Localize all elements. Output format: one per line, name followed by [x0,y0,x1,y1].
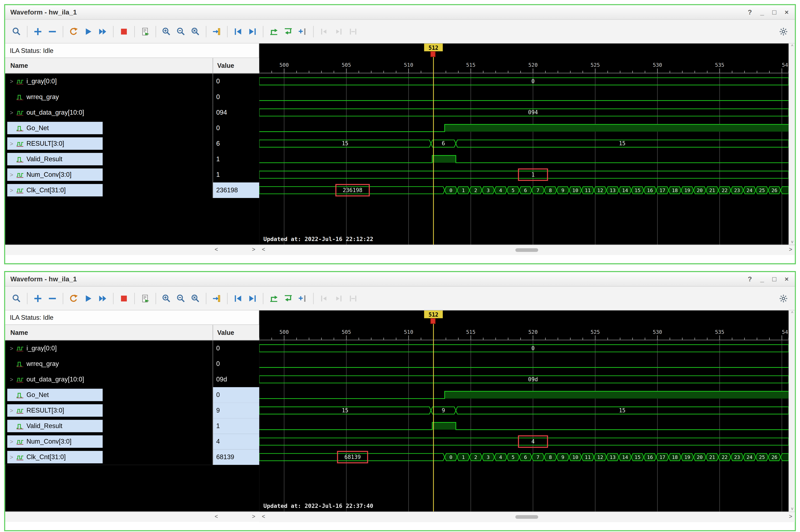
signal-value[interactable]: 0 [212,356,259,372]
toolbar-zoom-fit-button[interactable] [188,291,203,305]
signal-value[interactable]: 68139 [212,449,259,465]
signal-value[interactable]: 0 [212,74,259,89]
wave-hscroll[interactable]: < > [259,245,795,255]
toolbar-remove-button[interactable] [45,24,60,39]
signal-name-cell[interactable]: Go_Net [5,120,212,136]
expand-arrow[interactable]: > [10,376,16,382]
toolbar-remove-button[interactable] [45,291,60,305]
signal-name-cell[interactable]: >out_data_gray[10:0] [5,372,212,387]
toolbar-add-button[interactable] [31,24,45,39]
signal-name-wrap[interactable]: Valid_Result [7,420,103,432]
expand-arrow[interactable]: > [10,187,16,193]
scroll-left-arrow[interactable]: < [215,513,218,519]
signal-name-cell[interactable]: >Clk_Cnt[31:0] [5,449,212,465]
waveform-canvas[interactable]: 50050551051552052553053554009d1591546813… [259,310,788,512]
signal-name-cell[interactable]: Valid_Result [5,151,212,167]
waveform-canvas[interactable]: 5005055105155205255305355400941561512361… [259,43,788,245]
toolbar-next-transition-button[interactable] [245,24,260,39]
expand-arrow[interactable]: > [10,454,16,460]
scroll-left-arrow[interactable]: < [215,246,218,252]
cursor-marker-handle[interactable] [430,51,435,57]
toolbar-settings-button[interactable] [776,24,790,39]
maximize-button[interactable]: □ [772,8,776,16]
scroll-right-arrow[interactable]: > [252,246,255,252]
toolbar-next-transition-button[interactable] [245,291,260,305]
signal-name-wrap[interactable]: >RESULT[3:0] [7,404,103,417]
expand-arrow[interactable]: > [10,172,16,178]
signal-value[interactable]: 09d [212,372,259,387]
signal-value[interactable]: 4 [212,434,259,449]
scroll-right-arrow[interactable]: > [789,513,792,519]
expand-arrow[interactable]: > [10,140,16,147]
scroll-right-arrow[interactable]: > [789,246,792,252]
help-button[interactable]: ? [748,8,752,16]
signal-name-cell[interactable]: wrreq_gray [5,356,212,372]
column-header-name[interactable]: Name [5,325,212,340]
wave-hscroll[interactable]: < > [259,512,795,522]
toolbar-settings-button[interactable] [776,291,790,305]
toolbar-swap-cursor-button[interactable] [266,291,281,305]
scroll-left-arrow[interactable]: < [262,513,265,519]
signal-name-cell[interactable]: Go_Net [5,387,212,403]
toolbar-export-button[interactable] [138,291,152,305]
scroll-up-arrow[interactable]: ^ [789,44,795,49]
toolbar-zoom-in-button[interactable] [159,291,174,305]
expand-arrow[interactable]: > [10,345,16,352]
signal-name-cell[interactable]: >RESULT[3:0] [5,136,212,151]
vertical-scrollbar[interactable]: ^ v [789,310,795,512]
signal-name-wrap[interactable]: >Clk_Cnt[31:0] [7,451,103,463]
signal-name-cell[interactable]: wrreq_gray [5,89,212,105]
column-header-name[interactable]: Name [5,58,212,73]
name-panel-hscroll[interactable]: < > [5,245,259,255]
scroll-left-arrow[interactable]: < [262,246,265,252]
signal-name-wrap[interactable]: Go_Net [7,388,103,401]
signal-name-wrap[interactable]: >out_data_gray[10:0] [7,106,103,119]
help-button[interactable]: ? [748,275,752,283]
toolbar-toggle-marker-button[interactable] [281,291,296,305]
expand-arrow[interactable]: > [10,438,16,445]
signal-value[interactable]: 1 [212,167,259,183]
toolbar-add-marker-button[interactable] [296,24,310,39]
signal-name-wrap[interactable]: Go_Net [7,122,103,134]
toolbar-zoom-button[interactable] [9,291,24,305]
signal-name-cell[interactable]: Valid_Result [5,418,212,434]
maximize-button[interactable]: □ [772,275,776,283]
cursor-time-label[interactable]: 512 [424,43,443,51]
signal-name-wrap[interactable]: >i_gray[0:0] [7,342,103,355]
signal-name-wrap[interactable]: wrreq_gray [7,91,103,103]
scrollbar-thumb[interactable] [516,248,538,252]
toolbar-prev-transition-button[interactable] [231,24,245,39]
expand-arrow[interactable]: > [10,78,16,84]
column-header-value[interactable]: Value [212,325,259,340]
toolbar-restart-button[interactable] [67,291,81,305]
signal-name-wrap[interactable]: >Num_Conv[3:0] [7,168,103,181]
toolbar-run-all-button[interactable] [95,24,110,39]
signal-name-wrap[interactable]: >Clk_Cnt[31:0] [7,184,103,196]
signal-value[interactable]: 0 [212,387,259,403]
toolbar-toggle-marker-button[interactable] [281,24,296,39]
toolbar-zoom-button[interactable] [9,24,24,39]
minimize-button[interactable]: _ [760,8,764,16]
cursor-marker-handle[interactable] [430,318,435,324]
minimize-button[interactable]: _ [760,275,764,283]
toolbar-stop-button[interactable] [116,24,131,39]
expand-arrow[interactable]: > [10,407,16,414]
signal-name-wrap[interactable]: wrreq_gray [7,358,103,370]
signal-name-cell[interactable]: >i_gray[0:0] [5,74,212,89]
column-header-value[interactable]: Value [212,58,259,73]
vertical-scrollbar[interactable]: ^ v [789,43,795,245]
scrollbar-thumb[interactable] [516,515,538,519]
signal-name-cell[interactable]: >RESULT[3:0] [5,403,212,418]
scroll-right-arrow[interactable]: > [252,513,255,519]
toolbar-zoom-out-button[interactable] [174,291,188,305]
toolbar-restart-button[interactable] [67,24,81,39]
toolbar-add-button[interactable] [31,291,45,305]
expand-arrow[interactable]: > [10,109,16,116]
toolbar-goto-time-button[interactable] [209,24,224,39]
waveform-panel[interactable]: 50050551051552052553053554009d1591546813… [259,310,788,512]
signal-value[interactable]: 094 [212,105,259,120]
signal-name-wrap[interactable]: >i_gray[0:0] [7,75,103,88]
cursor-time-label[interactable]: 512 [424,310,443,318]
scroll-down-arrow[interactable]: v [789,239,795,244]
signal-value[interactable]: 9 [212,403,259,418]
